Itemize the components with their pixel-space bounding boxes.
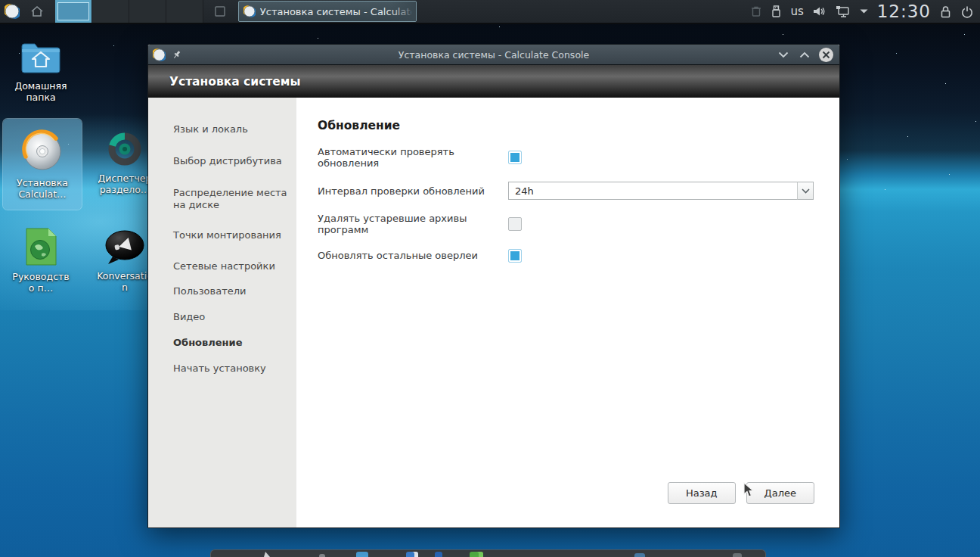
power-icon[interactable] [960, 5, 974, 19]
pager-desktop-2[interactable] [92, 0, 129, 23]
dock-icon[interactable] [356, 552, 368, 557]
field-label: Автоматически проверять обновления [318, 146, 508, 169]
show-desktop-icon[interactable] [212, 3, 228, 20]
wizard-sidebar: Язык и локаль Выбор дистрибутива Распред… [148, 98, 296, 527]
taskbar-task-button[interactable]: Установка системы - Calculate Co [238, 1, 417, 22]
virtual-desktop-pager [55, 0, 203, 23]
form-row-auto-check: Автоматически проверять обновления [318, 146, 814, 169]
task-button-fade [390, 2, 416, 21]
chevron-down-icon[interactable] [797, 182, 814, 200]
field-label: Интервал проверки обновлений [318, 185, 508, 197]
mouse-cursor [743, 482, 755, 499]
wizard-nav-buttons: Назад Далее [668, 482, 814, 504]
window-title: Установка системы - Calculate Console [148, 49, 839, 61]
network-icon[interactable] [835, 5, 851, 19]
dock-icon[interactable] [319, 554, 325, 557]
dock-icon[interactable] [435, 552, 442, 557]
task-button-label: Установка системы - Calculate Co [260, 6, 411, 17]
tray-expander-chevron-icon[interactable] [859, 8, 869, 14]
calculate-console-window: Установка системы - Calculate Console Ус… [147, 44, 840, 528]
pager-desktop-1[interactable] [55, 0, 92, 23]
calculate-app-icon [243, 5, 256, 18]
auto-check-updates-checkbox[interactable] [508, 151, 522, 164]
field-label: Удалять устаревшие архивы программ [318, 213, 508, 235]
wizard-header-title: Установка системы [169, 75, 301, 89]
pager-desktop-3[interactable] [129, 0, 166, 23]
update-interval-select[interactable]: 24h [508, 182, 814, 200]
sidebar-item-update[interactable]: Обновление [148, 337, 296, 349]
wizard-step-list: Язык и локаль Выбор дистрибутива Распред… [148, 123, 296, 375]
sidebar-item-language[interactable]: Язык и локаль [148, 123, 296, 135]
clock[interactable]: 12:30 [877, 2, 931, 21]
calculate-menu-icon[interactable] [2, 2, 22, 21]
desktop-icon-label: Домашняяпапка [2, 80, 80, 103]
trash-icon[interactable] [750, 5, 762, 18]
window-controls [777, 48, 839, 62]
form-row-update-overlays: Обновлять остальные оверлеи [318, 248, 814, 263]
desktop-icon-label: Руководство п… [2, 271, 80, 294]
dock-icon[interactable] [470, 552, 483, 557]
keyboard-layout-indicator[interactable]: us [790, 5, 803, 18]
home-icon[interactable] [28, 2, 46, 20]
window-titlebar[interactable]: Установка системы - Calculate Console [148, 45, 839, 65]
sidebar-item-video[interactable]: Видео [148, 311, 296, 323]
desktop-icon-install-calculate[interactable]: УстановкаCalculat… [3, 119, 82, 210]
minimize-icon[interactable] [777, 48, 790, 61]
form-row-clean-archives: Удалять устаревшие архивы программ [318, 213, 814, 235]
sidebar-item-network[interactable]: Сетевые настройки [148, 260, 296, 272]
calculate-cd-icon [3, 129, 82, 173]
lock-icon[interactable] [939, 5, 952, 19]
dock-icon[interactable] [406, 552, 418, 557]
pager-desktop-4[interactable] [166, 0, 203, 23]
wizard-content: Обновление Автоматически проверять обнов… [296, 98, 839, 527]
top-panel: Установка системы - Calculate Co us 1 [0, 0, 980, 24]
next-button[interactable]: Далее [746, 482, 814, 504]
select-value[interactable]: 24h [508, 182, 798, 200]
sidebar-item-users[interactable]: Пользователи [148, 285, 296, 297]
guide-document-icon [2, 227, 80, 266]
close-icon[interactable] [819, 48, 833, 62]
desktop-icon-home-folder[interactable]: Домашняяпапка [2, 39, 80, 103]
desktop-icon-label: УстановкаCalculat… [3, 177, 82, 200]
back-button[interactable]: Назад [668, 482, 736, 504]
form-row-interval: Интервал проверки обновлений 24h [318, 182, 814, 200]
desktop-icon-guide[interactable]: Руководство п… [2, 227, 80, 294]
update-overlays-checkbox[interactable] [508, 249, 522, 263]
field-label: Обновлять остальные оверлеи [318, 250, 508, 261]
usb-device-icon[interactable] [771, 5, 782, 19]
window-app-icon [153, 48, 166, 61]
page-title: Обновление [318, 119, 814, 132]
system-tray: us 12:30 [750, 2, 980, 21]
dock-icon[interactable] [634, 553, 645, 557]
pin-icon[interactable] [172, 49, 182, 60]
bottom-dock[interactable] [210, 549, 766, 557]
maximize-icon[interactable] [798, 48, 811, 61]
sidebar-item-disk-layout[interactable]: Распределение места на диске [148, 187, 296, 211]
clean-archives-checkbox[interactable] [508, 217, 522, 231]
volume-icon[interactable] [812, 5, 826, 18]
wizard-header: Установка системы [148, 65, 839, 98]
sidebar-item-distro[interactable]: Выбор дистрибутива [148, 155, 296, 167]
desktop: Установка системы - Calculate Co us 1 [0, 0, 980, 557]
sidebar-item-start-install[interactable]: Начать установку [148, 363, 296, 375]
sidebar-item-mountpoints[interactable]: Точки монтирования [148, 229, 296, 241]
dock-icon[interactable] [733, 553, 742, 557]
dock-cursor-icon [264, 552, 271, 557]
home-folder-icon [2, 39, 80, 76]
